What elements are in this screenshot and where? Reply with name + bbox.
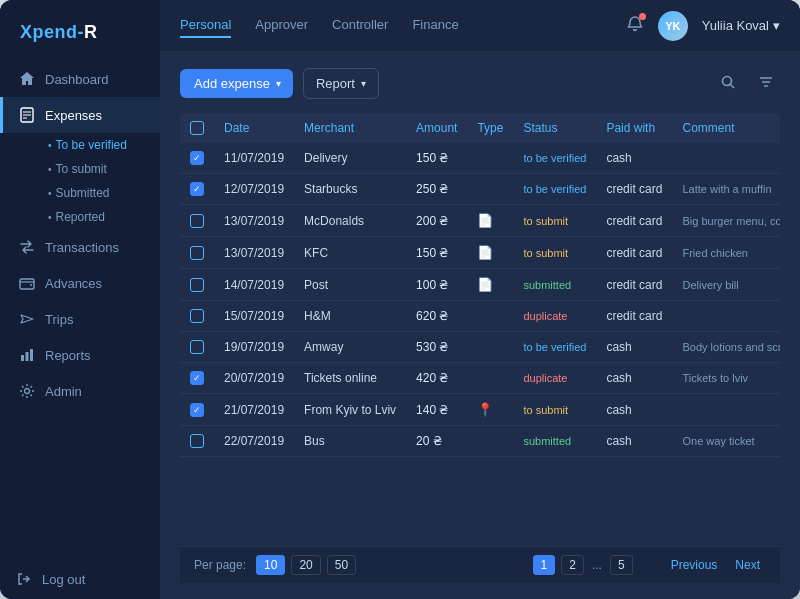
cell-comment-1: Latte with a muffin (672, 174, 780, 205)
home-icon (19, 71, 35, 87)
row-checkbox-1[interactable] (190, 182, 204, 196)
sidebar-item-transactions[interactable]: Transactions (0, 229, 160, 265)
table-header-row: Date Merchant Amount Type Status Paid wi… (180, 113, 780, 143)
row-checkbox-3[interactable] (190, 246, 204, 260)
user-name[interactable]: Yuliia Koval ▾ (702, 18, 780, 33)
cell-paid-with-0: cash (596, 143, 672, 174)
page-2[interactable]: 2 (561, 555, 584, 575)
cell-date-2: 13/07/2019 (214, 205, 294, 237)
report-button[interactable]: Report ▾ (303, 68, 379, 99)
cell-paid-with-2: credit card (596, 205, 672, 237)
status-badge-2: to submit (523, 213, 568, 229)
topbar: Personal Approver Controller Finance YK … (160, 0, 800, 52)
sidebar-label-dashboard: Dashboard (45, 72, 109, 87)
select-all-checkbox[interactable] (190, 121, 204, 135)
page-5[interactable]: 5 (610, 555, 633, 575)
wallet-icon (19, 275, 35, 291)
cell-merchant-8: From Kyiv to Lviv (294, 394, 406, 426)
sidebar-item-dashboard[interactable]: Dashboard (0, 61, 160, 97)
add-expense-button[interactable]: Add expense ▾ (180, 69, 293, 98)
cell-paid-with-9: cash (596, 426, 672, 457)
tab-controller[interactable]: Controller (332, 13, 388, 38)
cell-type-4: 📄 (467, 269, 513, 301)
per-page-10[interactable]: 10 (256, 555, 285, 575)
filter-button[interactable] (752, 70, 780, 98)
tab-finance[interactable]: Finance (412, 13, 458, 38)
sidebar-item-advances[interactable]: Advances (0, 265, 160, 301)
cell-merchant-9: Bus (294, 426, 406, 457)
cell-status-8: to submit (513, 394, 596, 426)
document-icon: 📄 (477, 277, 493, 292)
sidebar-item-trips[interactable]: Trips (0, 301, 160, 337)
status-badge-7: duplicate (523, 370, 567, 386)
app-container: Xpend-R Dashboard Expenses To be verifie… (0, 0, 800, 599)
cell-amount-0: 150 ₴ (406, 143, 467, 174)
page-1[interactable]: 1 (533, 555, 556, 575)
cell-merchant-6: Amway (294, 332, 406, 363)
tab-approver[interactable]: Approver (255, 13, 308, 38)
cell-amount-7: 420 ₴ (406, 363, 467, 394)
chart-icon (19, 347, 35, 363)
sidebar-sub-to-be-verified[interactable]: To be verified (40, 133, 160, 157)
cell-amount-3: 150 ₴ (406, 237, 467, 269)
document-green-icon: 📍 (477, 402, 493, 417)
cell-status-1: to be verified (513, 174, 596, 205)
tab-personal[interactable]: Personal (180, 13, 231, 38)
next-page-button[interactable]: Next (729, 556, 766, 574)
status-badge-5: duplicate (523, 308, 567, 324)
sidebar-sub-submitted[interactable]: Submitted (40, 181, 160, 205)
notification-icon[interactable] (626, 15, 644, 37)
per-page-50[interactable]: 50 (327, 555, 356, 575)
row-checkbox-5[interactable] (190, 309, 204, 323)
arrows-icon (19, 239, 35, 255)
sidebar-sub-to-submit[interactable]: To submit (40, 157, 160, 181)
sidebar-sub-reported[interactable]: Reported (40, 205, 160, 229)
cell-comment-9: One way ticket (672, 426, 780, 457)
cell-status-7: duplicate (513, 363, 596, 394)
receipt-icon (19, 107, 35, 123)
cell-amount-9: 20 ₴ (406, 426, 467, 457)
cell-comment-6: Body lotions and scrub (672, 332, 780, 363)
cell-date-0: 11/07/2019 (214, 143, 294, 174)
row-checkbox-9[interactable] (190, 434, 204, 448)
logout-button[interactable]: Log out (0, 559, 160, 599)
row-checkbox-6[interactable] (190, 340, 204, 354)
cell-comment-7: Tickets to lviv (672, 363, 780, 394)
sidebar-item-expenses[interactable]: Expenses (0, 97, 160, 133)
logo-text: Xpend- (20, 22, 84, 42)
cell-merchant-2: McDonalds (294, 205, 406, 237)
table-row: 13/07/2019McDonalds200 ₴📄to submitcredit… (180, 205, 780, 237)
row-checkbox-8[interactable] (190, 403, 204, 417)
col-comment: Comment (672, 113, 780, 143)
sidebar-sub-expenses: To be verified To submit Submitted Repor… (0, 133, 160, 229)
col-status: Status (513, 113, 596, 143)
per-page-20[interactable]: 20 (291, 555, 320, 575)
cell-type-3: 📄 (467, 237, 513, 269)
toolbar: Add expense ▾ Report ▾ (180, 68, 780, 99)
cell-paid-with-6: cash (596, 332, 672, 363)
sidebar-item-admin[interactable]: Admin (0, 373, 160, 409)
sidebar-item-reports[interactable]: Reports (0, 337, 160, 373)
content-area: Add expense ▾ Report ▾ (160, 52, 800, 599)
row-checkbox-4[interactable] (190, 278, 204, 292)
cell-merchant-7: Tickets online (294, 363, 406, 394)
cell-date-8: 21/07/2019 (214, 394, 294, 426)
cell-merchant-3: KFC (294, 237, 406, 269)
cell-status-6: to be verified (513, 332, 596, 363)
cell-merchant-0: Delivery (294, 143, 406, 174)
prev-page-button[interactable]: Previous (665, 556, 724, 574)
row-checkbox-2[interactable] (190, 214, 204, 228)
row-checkbox-0[interactable] (190, 151, 204, 165)
document-icon: 📄 (477, 213, 493, 228)
search-button[interactable] (714, 70, 742, 98)
cell-comment-5 (672, 301, 780, 332)
table-row: 14/07/2019Post100 ₴📄submittedcredit card… (180, 269, 780, 301)
document-icon: 📄 (477, 245, 493, 260)
cell-paid-with-4: credit card (596, 269, 672, 301)
table-row: 20/07/2019Tickets online420 ₴duplicateca… (180, 363, 780, 394)
status-badge-6: to be verified (523, 339, 586, 355)
row-checkbox-7[interactable] (190, 371, 204, 385)
sidebar-label-admin: Admin (45, 384, 82, 399)
table-body: 11/07/2019Delivery150 ₴to be verifiedcas… (180, 143, 780, 457)
table-row: 12/07/2019Starbucks250 ₴to be verifiedcr… (180, 174, 780, 205)
